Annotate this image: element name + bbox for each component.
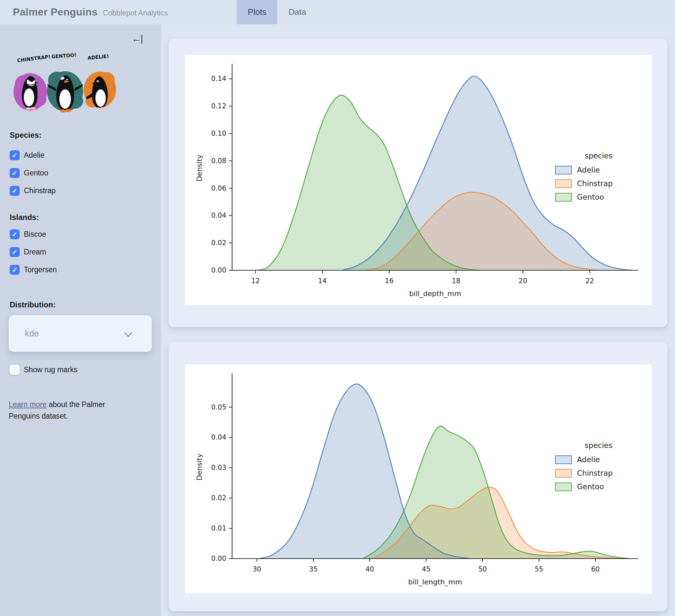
- learn-more-link[interactable]: Learn more: [9, 400, 47, 409]
- legend-entry-gentoo: Gentoo: [555, 480, 642, 493]
- artwork-label-chinstrap: CHINSTRAP!: [17, 54, 51, 64]
- svg-text:0.05: 0.05: [211, 403, 226, 411]
- svg-text:12: 12: [251, 277, 260, 285]
- sidebar-collapse-icon[interactable]: ←|: [132, 33, 143, 44]
- checkbox-label: Adelie: [24, 151, 45, 160]
- legend-title: species: [555, 441, 642, 450]
- tab-plots[interactable]: Plots: [237, 0, 277, 24]
- nav-tabs: Plots Data: [237, 0, 317, 24]
- distribution-selected-value: kde: [25, 329, 39, 339]
- svg-text:0.02: 0.02: [211, 494, 226, 502]
- checkbox-island-torgersen[interactable]: ✓ Torgersen: [10, 265, 57, 275]
- legend-swatch-adelie: [555, 166, 572, 175]
- legend-entry-adelie: Adelie: [555, 163, 642, 177]
- svg-text:50: 50: [478, 565, 487, 573]
- checkbox-island-biscoe[interactable]: ✓ Biscoe: [10, 229, 46, 239]
- checkbox-label: Chinstrap: [24, 187, 56, 195]
- svg-text:20: 20: [519, 277, 527, 285]
- checkbox-icon: ✓: [10, 247, 20, 257]
- svg-text:0.06: 0.06: [211, 185, 226, 192]
- about-text: Learn more about the Palmer Penguins dat…: [9, 399, 138, 422]
- artwork-label-gentoo: GENTOO!: [51, 53, 77, 60]
- svg-text:bill_depth_mm: bill_depth_mm: [409, 290, 461, 298]
- checkbox-icon: ✓: [10, 168, 20, 178]
- sidebar: ←|: [0, 24, 161, 616]
- svg-text:0.00: 0.00: [211, 555, 226, 562]
- svg-text:18: 18: [452, 277, 460, 285]
- svg-text:0.04: 0.04: [211, 212, 226, 219]
- plot-legend: species Adelie Chinstrap Gentoo: [555, 441, 642, 493]
- svg-text:16: 16: [385, 277, 394, 285]
- svg-text:22: 22: [585, 277, 594, 285]
- app-window: Palmer Penguins Cobblepot Analytics Plot…: [0, 0, 675, 616]
- legend-entry-chinstrap: Chinstrap: [555, 177, 642, 190]
- checkbox-icon: ✓: [10, 186, 20, 196]
- checkbox-label: Show rug marks: [24, 365, 77, 374]
- svg-text:0.10: 0.10: [211, 130, 226, 137]
- svg-text:60: 60: [591, 565, 600, 573]
- title-group: Palmer Penguins Cobblepot Analytics: [13, 6, 168, 18]
- svg-text:Density: Density: [195, 454, 203, 481]
- checkbox-icon: ✓: [10, 365, 20, 375]
- penguin-artwork: CHINSTRAP! GENTOO! ADÉLIE!: [10, 53, 122, 117]
- svg-text:30: 30: [253, 565, 261, 573]
- header-bar: Palmer Penguins Cobblepot Analytics Plot…: [0, 0, 675, 24]
- main-content: 1214161820220.000.020.040.060.080.100.12…: [161, 24, 675, 616]
- svg-text:0.01: 0.01: [211, 525, 226, 532]
- bill-depth-plot-card: 1214161820220.000.020.040.060.080.100.12…: [169, 39, 667, 327]
- tab-data[interactable]: Data: [277, 0, 317, 24]
- svg-text:0.00: 0.00: [211, 266, 226, 274]
- plot-legend: species Adelie Chinstrap Gentoo: [555, 152, 642, 204]
- checkbox-show-rug-marks[interactable]: ✓ Show rug marks: [10, 365, 77, 375]
- checkbox-island-dream[interactable]: ✓ Dream: [10, 247, 46, 257]
- legend-swatch-gentoo: [555, 193, 572, 202]
- legend-swatch-adelie: [555, 456, 572, 464]
- checkbox-label: Biscoe: [24, 230, 46, 238]
- checkbox-species-gentoo[interactable]: ✓ Gentoo: [10, 168, 48, 178]
- legend-swatch-chinstrap: [555, 469, 572, 478]
- chevron-down-icon: [124, 329, 132, 337]
- svg-text:0.02: 0.02: [211, 239, 226, 247]
- legend-swatch-chinstrap: [555, 179, 572, 188]
- svg-text:Density: Density: [195, 154, 203, 182]
- checkbox-species-adelie[interactable]: ✓ Adelie: [10, 150, 45, 160]
- checkbox-icon: ✓: [10, 265, 20, 275]
- species-section-label: Species:: [10, 131, 42, 140]
- distribution-section-label: Distribution:: [10, 300, 56, 309]
- svg-text:35: 35: [309, 565, 318, 573]
- svg-text:0.08: 0.08: [211, 157, 226, 165]
- distribution-select[interactable]: kde: [9, 315, 152, 352]
- bill-length-plot-card: 303540455055600.000.010.020.030.040.05bi…: [169, 342, 667, 611]
- svg-text:40: 40: [366, 565, 374, 573]
- checkbox-label: Dream: [24, 248, 46, 256]
- islands-section-label: Islands:: [10, 213, 39, 222]
- checkbox-species-chinstrap[interactable]: ✓ Chinstrap: [10, 186, 56, 196]
- page-title: Palmer Penguins: [13, 6, 98, 18]
- svg-text:14: 14: [318, 277, 327, 285]
- svg-text:45: 45: [422, 565, 431, 573]
- checkbox-icon: ✓: [10, 229, 20, 239]
- svg-text:0.12: 0.12: [211, 102, 226, 110]
- legend-swatch-gentoo: [555, 482, 572, 491]
- svg-text:0.04: 0.04: [211, 433, 226, 441]
- checkbox-label: Gentoo: [24, 169, 48, 178]
- page-subtitle: Cobblepot Analytics: [103, 9, 168, 17]
- legend-entry-chinstrap: Chinstrap: [555, 466, 642, 480]
- checkbox-icon: ✓: [10, 150, 20, 160]
- legend-title: species: [555, 152, 642, 160]
- artwork-label-adelie: ADÉLIE!: [87, 53, 109, 61]
- checkbox-label: Torgersen: [24, 265, 57, 274]
- bill-length-plot: 303540455055600.000.010.020.030.040.05bi…: [185, 364, 652, 594]
- legend-entry-adelie: Adelie: [555, 453, 642, 466]
- svg-text:bill_length_mm: bill_length_mm: [408, 578, 462, 586]
- legend-entry-gentoo: Gentoo: [555, 190, 642, 204]
- bill-depth-plot: 1214161820220.000.020.040.060.080.100.12…: [185, 55, 652, 305]
- svg-text:0.03: 0.03: [211, 464, 226, 472]
- svg-text:0.14: 0.14: [211, 75, 226, 82]
- svg-text:55: 55: [535, 565, 543, 573]
